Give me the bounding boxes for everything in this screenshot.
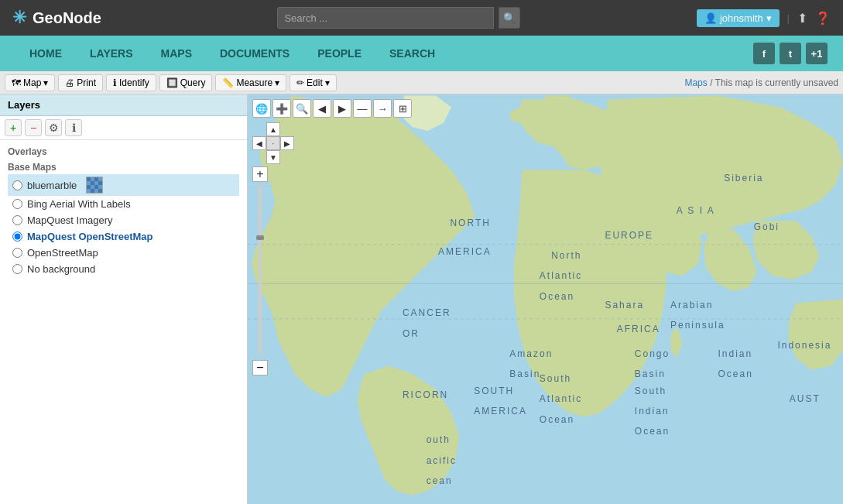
layer-radio-no-bg[interactable] xyxy=(12,264,22,274)
dropdown-arrow-icon: ▾ xyxy=(766,12,772,24)
measure-button[interactable]: 📏 Measure ▾ xyxy=(215,74,286,91)
print-button[interactable]: 🖨 Print xyxy=(58,74,103,91)
user-menu-button[interactable]: 👤 johnsmith ▾ xyxy=(697,9,780,27)
layer-radio-bing[interactable] xyxy=(12,199,22,209)
pan-right-button[interactable]: ▶ xyxy=(280,136,294,150)
identify-button[interactable]: ℹ Identify xyxy=(106,74,156,91)
twitter-button[interactable]: t xyxy=(780,43,801,64)
facebook-button[interactable]: f xyxy=(753,43,775,64)
nav-people[interactable]: PEOPLE xyxy=(303,36,375,71)
edit-icon: ✏ xyxy=(296,77,304,88)
search-input[interactable] xyxy=(277,7,494,29)
query-label: Query xyxy=(180,77,206,88)
layers-toolbar: + − ⚙ ℹ xyxy=(0,116,247,140)
search-area: 🔍 xyxy=(277,7,520,29)
identify-icon: ℹ xyxy=(113,77,117,88)
layer-name-no-bg: No background xyxy=(27,263,95,275)
edit-dropdown-icon: ▾ xyxy=(325,77,330,88)
map-icon: 🗺 xyxy=(12,77,21,88)
layer-radio-mapquest-img[interactable] xyxy=(12,215,22,225)
layer-radio-mapquest-osm[interactable] xyxy=(12,231,22,242)
map-button[interactable]: 🗺 Map ▾ xyxy=(5,74,55,91)
map-minus-btn[interactable]: — xyxy=(353,99,372,118)
layer-thumbnail-bluemarble xyxy=(86,177,103,194)
user-icon: 👤 xyxy=(704,12,717,24)
user-area: 👤 johnsmith ▾ | ⬆ ❓ xyxy=(697,9,831,27)
logo: ✳ GeoNode xyxy=(12,8,101,28)
remove-layer-button[interactable]: − xyxy=(25,119,42,136)
unsaved-text: This map is currently unsaved xyxy=(715,77,838,88)
nav-search[interactable]: SEARCH xyxy=(375,36,449,71)
zoom-in-button[interactable]: + xyxy=(252,166,268,182)
layer-radio-bluemarble[interactable] xyxy=(12,180,22,190)
print-label: Print xyxy=(77,77,96,88)
layers-header: Layers xyxy=(0,94,247,116)
map-controls-toolbar: 🌐 ➕ 🔍 ◀ ▶ — → ⊞ xyxy=(252,99,412,118)
layers-title: Layers xyxy=(8,99,40,111)
pan-up-button[interactable]: ▲ xyxy=(266,122,280,136)
social-buttons: f t +1 xyxy=(753,43,828,64)
edit-label: Edit xyxy=(307,77,323,88)
measure-dropdown-icon: ▾ xyxy=(275,77,279,88)
help-button[interactable]: ❓ xyxy=(815,11,831,26)
layer-bluemarble[interactable]: bluemarble xyxy=(8,174,239,196)
user-name: johnsmith xyxy=(720,12,763,24)
pan-down-button[interactable]: ▼ xyxy=(266,150,280,164)
pan-left-button[interactable]: ◀ xyxy=(252,136,266,150)
map-toolbar-bar: 🗺 Map ▾ 🖨 Print ℹ Identify 🔲 Query 📏 Mea… xyxy=(0,71,843,94)
layer-no-background[interactable]: No background xyxy=(8,261,239,277)
search-button[interactable]: 🔍 xyxy=(499,7,520,29)
map-prev-btn[interactable]: ◀ xyxy=(313,99,331,118)
map-search-tool[interactable]: 🔍 xyxy=(293,99,311,118)
toolbar-left: 🗺 Map ▾ 🖨 Print ℹ Identify 🔲 Query 📏 Mea… xyxy=(5,74,337,91)
top-header: ✳ GeoNode 🔍 👤 johnsmith ▾ | ⬆ ❓ xyxy=(0,0,843,36)
query-button[interactable]: 🔲 Query xyxy=(159,74,213,91)
nav-maps[interactable]: MAPS xyxy=(147,36,206,71)
main-content: Layers + − ⚙ ℹ Overlays Base Maps bluema… xyxy=(0,94,843,504)
pan-controls: ▲ ◀ · ▶ ▼ xyxy=(252,122,294,164)
layer-radio-osm[interactable] xyxy=(12,248,22,258)
layer-info-button[interactable]: ℹ xyxy=(65,119,82,136)
zoom-out-button[interactable]: − xyxy=(252,360,268,375)
divider: | xyxy=(787,12,790,24)
zoom-slider-thumb[interactable] xyxy=(256,235,264,240)
map-zoom-in-btn[interactable]: ➕ xyxy=(272,99,291,118)
map-label: Map xyxy=(23,77,41,88)
edit-button[interactable]: ✏ Edit ▾ xyxy=(290,74,337,91)
layers-panel: Layers + − ⚙ ℹ Overlays Base Maps bluema… xyxy=(0,94,248,504)
identify-label: Identify xyxy=(119,77,149,88)
logo-text: GeoNode xyxy=(33,9,101,27)
layers-section: Overlays Base Maps bluemarble Bing Aeria… xyxy=(0,140,247,280)
world-map-svg xyxy=(248,94,843,504)
layer-name-bing: Bing Aerial With Labels xyxy=(27,198,131,210)
pan-center-button[interactable]: · xyxy=(266,136,280,150)
map-area[interactable]: 🌐 ➕ 🔍 ◀ ▶ — → ⊞ ▲ ◀ · ▶ ▼ + xyxy=(248,94,843,504)
layer-bing-aerial[interactable]: Bing Aerial With Labels xyxy=(8,196,239,212)
map-dropdown-icon: ▾ xyxy=(43,77,48,88)
base-maps-label: Base Maps xyxy=(8,159,239,174)
measure-icon: 📏 xyxy=(222,77,234,88)
upload-button[interactable]: ⬆ xyxy=(797,11,807,26)
layer-mapquest-imagery[interactable]: MapQuest Imagery xyxy=(8,212,239,228)
nav-home[interactable]: HOME xyxy=(15,36,76,71)
nav-layers[interactable]: LAYERS xyxy=(76,36,147,71)
layer-osm[interactable]: OpenStreetMap xyxy=(8,245,239,261)
nav-documents[interactable]: DOCUMENTS xyxy=(206,36,303,71)
nav-bar: HOME LAYERS MAPS DOCUMENTS PEOPLE SEARCH… xyxy=(0,36,843,71)
layer-name-osm: OpenStreetMap xyxy=(27,247,98,259)
zoom-slider-track xyxy=(259,184,262,355)
map-arrow-btn[interactable]: → xyxy=(373,99,392,118)
map-globe-button[interactable]: 🌐 xyxy=(252,99,271,118)
layer-settings-button[interactable]: ⚙ xyxy=(45,119,62,136)
print-icon: 🖨 xyxy=(65,77,74,88)
layer-mapquest-osm[interactable]: MapQuest OpenStreetMap xyxy=(8,228,239,245)
map-grid-btn[interactable]: ⊞ xyxy=(393,99,412,118)
map-next-btn[interactable]: ▶ xyxy=(333,99,351,118)
overlays-label: Overlays xyxy=(8,143,239,159)
logo-icon: ✳ xyxy=(12,8,26,28)
googleplus-button[interactable]: +1 xyxy=(806,43,828,64)
layer-name-mapquest-osm: MapQuest OpenStreetMap xyxy=(27,231,153,242)
toolbar-right: Maps / This map is currently unsaved xyxy=(684,77,838,88)
add-layer-button[interactable]: + xyxy=(5,119,22,136)
maps-breadcrumb-link[interactable]: Maps xyxy=(684,77,707,88)
